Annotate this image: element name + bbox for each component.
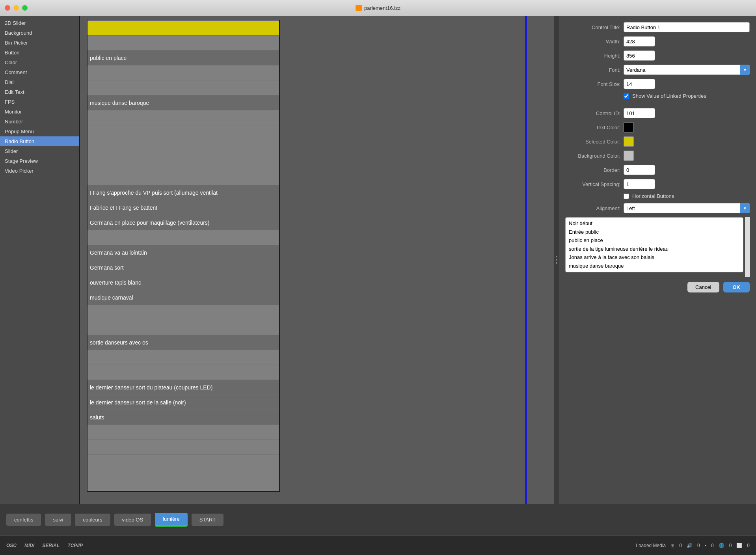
radio-widget[interactable]: public en placemusique danse baroqueI Fa… [87, 20, 280, 492]
radio-row[interactable]: saluts [88, 410, 279, 425]
width-input[interactable] [624, 36, 655, 47]
sidebar-item-bin-picker[interactable]: Bin Picker [0, 38, 79, 48]
height-label: Height: [565, 53, 620, 59]
tab-video OS[interactable]: video OS [114, 514, 151, 526]
tab-suivi[interactable]: suivi [45, 514, 71, 526]
radio-row[interactable]: Germana en place pour maquillage (ventil… [88, 215, 279, 230]
tab-lumière[interactable]: lumière [155, 513, 188, 527]
radio-row[interactable] [88, 35, 279, 50]
cancel-button[interactable]: Cancel [687, 282, 719, 292]
sidebar-item-stage-preview[interactable]: Stage Preview [0, 156, 79, 166]
sidebar-item-dial[interactable]: Dial [0, 77, 79, 87]
close-button[interactable] [5, 5, 10, 11]
sidebar-item-comment[interactable]: Comment [0, 67, 79, 77]
vertical-spacing-input[interactable] [624, 179, 655, 189]
radio-row[interactable]: sortie danseurs avec os [88, 335, 279, 350]
radio-row[interactable]: public en place [88, 50, 279, 65]
radio-row[interactable]: I Fang s'approche du VP puis sort (allum… [88, 185, 279, 200]
sidebar-item-2d-slider[interactable]: 2D Slider [0, 18, 79, 28]
font-select[interactable]: Verdana Arial Helvetica [624, 65, 750, 75]
list-item[interactable]: Jonas arrive à la face avec son balais [567, 253, 741, 262]
radio-row[interactable]: ouverture tapis blanc [88, 275, 279, 290]
loaded-media-label: Loaded Media [636, 543, 666, 548]
radio-row[interactable]: le dernier danseur sort de la salle (noi… [88, 395, 279, 410]
font-size-row: Font Size: [565, 79, 750, 89]
sidebar-item-number[interactable]: Number [0, 117, 79, 127]
font-size-input[interactable] [624, 79, 655, 89]
sidebar-item-slider[interactable]: Slider [0, 146, 79, 156]
tab-couleurs[interactable]: couleurs [75, 514, 110, 526]
alignment-row: Alignment: Left Center Right ▼ [565, 203, 750, 213]
media-count-4: 0 [729, 543, 732, 548]
radio-row[interactable] [88, 65, 279, 80]
radio-row[interactable] [88, 350, 279, 365]
radio-row[interactable]: Germana va au lointain [88, 245, 279, 260]
radio-row[interactable] [88, 80, 279, 95]
horizontal-buttons-checkbox[interactable] [624, 194, 629, 199]
sidebar-item-edit-text[interactable]: Edit Text [0, 87, 79, 97]
alignment-select[interactable]: Left Center Right [624, 203, 750, 213]
list-item[interactable]: Entrée public [567, 228, 741, 237]
radio-row[interactable]: Fabrice et I Fang se battent [88, 200, 279, 215]
background-color-swatch[interactable] [624, 151, 634, 161]
tab-START[interactable]: START [192, 514, 223, 526]
radio-row[interactable] [88, 365, 279, 380]
control-id-input[interactable] [624, 108, 655, 118]
radio-row[interactable] [88, 110, 279, 125]
radio-row[interactable]: musique danse baroque [88, 95, 279, 110]
sidebar-item-video-picker[interactable]: Video Picker [0, 166, 79, 176]
tab-confettis[interactable]: confettis [6, 514, 41, 526]
radio-row[interactable]: le dernier danseur sort du plateau (coup… [88, 380, 279, 395]
radio-row[interactable] [88, 230, 279, 245]
sidebar-item-color[interactable]: Color [0, 58, 79, 67]
vertical-spacing-label: Vertical Spacing: [565, 181, 620, 187]
radio-row[interactable]: Germana sort [88, 260, 279, 275]
text-color-row: Text Color: [565, 122, 750, 132]
radio-row[interactable] [88, 170, 279, 185]
list-item[interactable]: Noir début [567, 219, 741, 228]
handle-dot [556, 256, 557, 257]
control-id-label: Control ID: [565, 110, 620, 116]
minimize-button[interactable] [13, 5, 19, 11]
titlebar: parlement16.izz [0, 0, 756, 16]
selected-color-swatch[interactable] [624, 136, 634, 147]
status-serial: SERIAL [42, 543, 60, 548]
sidebar-item-radio-button[interactable]: Radio Button [0, 136, 79, 146]
text-color-swatch[interactable] [624, 122, 634, 132]
list-item[interactable]: après 3e tour [567, 270, 741, 272]
border-input[interactable] [624, 165, 655, 175]
sidebar-item-popup-menu[interactable]: Popup Menu [0, 127, 79, 136]
control-title-input[interactable] [624, 22, 750, 32]
list-area[interactable]: Noir débutEntrée publicpublic en placeso… [565, 217, 743, 272]
radio-row[interactable] [88, 140, 279, 155]
selected-color-row: Selected Color: [565, 136, 750, 147]
list-item[interactable]: sortie de la tige lumineuse derrière le … [567, 245, 741, 253]
height-input[interactable] [624, 50, 655, 61]
show-value-checkbox[interactable] [624, 93, 629, 99]
sidebar-item-button[interactable]: Button [0, 48, 79, 58]
canvas-area: public en placemusique danse baroqueI Fa… [79, 16, 554, 504]
window-icon: ⬜ [736, 543, 742, 548]
radio-row[interactable]: musique carnaval [88, 290, 279, 305]
sidebar-item-fps[interactable]: FPS [0, 97, 79, 107]
list-scrollbar[interactable] [745, 217, 750, 277]
sidebar-item-monitor[interactable]: Monitor [0, 107, 79, 117]
sidebar: 2D SliderBackgroundBin PickerButtonColor… [0, 16, 79, 504]
radio-row[interactable] [88, 425, 279, 440]
radio-row[interactable] [88, 155, 279, 170]
radio-header [88, 20, 279, 35]
list-item[interactable]: musique danse baroque [567, 262, 741, 270]
sidebar-item-background[interactable]: Background [0, 28, 79, 38]
button-row: Cancel OK [565, 282, 750, 292]
height-row: Height: [565, 50, 750, 61]
background-color-label: Background Color: [565, 153, 620, 159]
radio-row[interactable] [88, 440, 279, 455]
control-title-row: Control Title: [565, 22, 750, 32]
resize-handle[interactable] [554, 16, 559, 504]
maximize-button[interactable] [22, 5, 28, 11]
radio-row[interactable] [88, 320, 279, 335]
radio-row[interactable] [88, 305, 279, 320]
ok-button[interactable]: OK [723, 282, 750, 292]
radio-row[interactable] [88, 125, 279, 140]
list-item[interactable]: public en place [567, 236, 741, 245]
